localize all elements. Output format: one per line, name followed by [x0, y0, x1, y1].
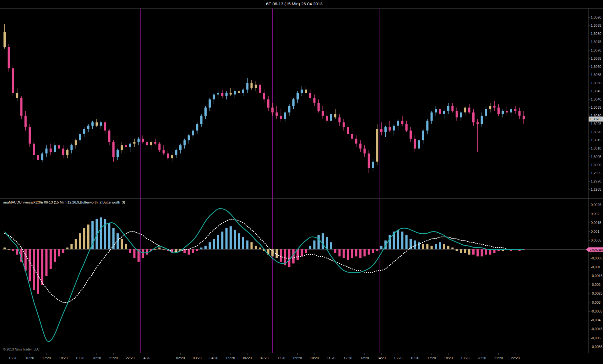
macd-axis-label: -0,002 [591, 283, 600, 286]
histogram-bar [158, 247, 160, 249]
macd-axis-label: -0,0055 [591, 345, 602, 349]
candle-body [129, 144, 131, 147]
candle-body [276, 112, 278, 116]
histogram-bar [83, 228, 85, 249]
candle-body [292, 100, 295, 106]
macd-axis-label: -0,0045 [591, 327, 602, 331]
price-axis-label: 1,3090 [591, 15, 601, 19]
histogram-bar [439, 242, 441, 249]
candle-body [83, 129, 85, 134]
histogram-bar [276, 249, 278, 258]
candle-body [435, 109, 437, 112]
candle-body [523, 116, 525, 119]
histogram-bar [347, 249, 349, 260]
time-axis-label: 08:20 [277, 356, 285, 360]
candle-body [179, 145, 182, 150]
time-axis-label: 04:20 [209, 356, 218, 360]
macd-axis-label: -0,005 [591, 336, 600, 340]
candle-body [359, 144, 361, 149]
candle-body [506, 111, 508, 112]
histogram-bar [426, 244, 428, 249]
signal-line [5, 219, 524, 302]
histogram-bar [133, 249, 135, 258]
histogram-bar [37, 249, 39, 294]
chart-canvas[interactable]: 1,30901,30851,30801,30751,30701,30651,30… [0, 0, 603, 364]
histogram-bar [259, 247, 261, 249]
price-axis-label: 1,2985 [591, 187, 601, 191]
candle-body [414, 139, 416, 149]
histogram-bar [368, 249, 370, 255]
candle-body [284, 112, 286, 119]
candle-body [422, 131, 424, 140]
candle-body [351, 134, 353, 139]
histogram-bar [104, 219, 106, 249]
price-axis[interactable]: 1,30901,30851,30801,30751,30701,30651,30… [589, 15, 601, 191]
macd-histogram [3, 217, 525, 294]
macd-axis-label: -0,0005 [591, 256, 602, 260]
histogram-bar [376, 249, 378, 251]
price-axis-label: 1,3070 [591, 48, 601, 52]
candle-body [347, 127, 349, 134]
candle-body [66, 150, 68, 155]
histogram-bar [359, 249, 361, 258]
candle-body [230, 93, 232, 95]
price-axis-label: 1,3050 [591, 81, 601, 85]
candle-body [246, 83, 248, 90]
candle-body [158, 144, 160, 150]
time-axis-label: 18:20 [59, 356, 68, 360]
histogram-bar [29, 249, 31, 281]
candle-body [476, 122, 479, 124]
time-axis-label: 21:20 [494, 356, 503, 360]
candle-body [326, 116, 328, 121]
candle-body [16, 93, 18, 98]
histogram-bar [66, 247, 68, 249]
candle-body [108, 131, 110, 142]
candle-body [431, 112, 433, 121]
candle-body [163, 150, 165, 153]
histogram-bar [305, 249, 307, 253]
histogram-bar [16, 249, 18, 255]
last-price-tag-label: 1,3028 [590, 117, 600, 121]
histogram-bar [339, 249, 341, 257]
candle-body [510, 109, 512, 112]
candle-body [397, 121, 399, 126]
histogram-bar [196, 249, 198, 251]
candle-body [20, 98, 23, 116]
time-axis-label: 20:20 [477, 356, 486, 360]
histogram-bar [62, 249, 64, 253]
candle-body [117, 150, 119, 157]
histogram-bar [363, 249, 366, 257]
histogram-bar [108, 223, 110, 249]
histogram-bar [401, 231, 403, 249]
candle-body [217, 93, 219, 95]
macd-axis-label: -0,003 [591, 301, 600, 304]
candle-body [58, 145, 60, 149]
candle-body [380, 129, 383, 132]
histogram-bar [230, 226, 232, 249]
ninjatrader-chart-window: 6E 06-13 (15 Min) 26.04.2013 1,30901,308… [0, 0, 603, 364]
price-axis-label: 1,3065 [591, 57, 601, 60]
candle-body [384, 127, 387, 132]
candle-body [464, 108, 466, 113]
price-axis-label: 1,2995 [591, 171, 601, 175]
time-axis-label: 19:20 [461, 356, 470, 360]
time-axis[interactable]: 15:2016:2017:2018:2019:2020:2021:2022:20… [9, 353, 520, 360]
candle-body [196, 124, 198, 131]
price-axis-label: 1,3075 [591, 40, 601, 44]
histogram-bar [493, 249, 496, 253]
candle-body [368, 154, 370, 168]
macd-line [5, 209, 524, 341]
candle-body [192, 131, 194, 136]
candle-body [259, 85, 261, 93]
candle-body [200, 116, 203, 124]
candlestick-series [3, 24, 525, 173]
price-axis-label: 1,3025 [591, 122, 601, 126]
histogram-bar [154, 249, 156, 250]
histogram-bar [209, 242, 211, 249]
histogram-bar [238, 233, 240, 249]
candle-body [472, 112, 475, 122]
histogram-bar [251, 242, 253, 249]
macd-axis[interactable]: 0,00250,0020,00150,0010,0005-0,0005-0,00… [589, 203, 602, 348]
histogram-bar [217, 235, 219, 249]
macd-axis-label: 0,0005 [591, 238, 601, 242]
